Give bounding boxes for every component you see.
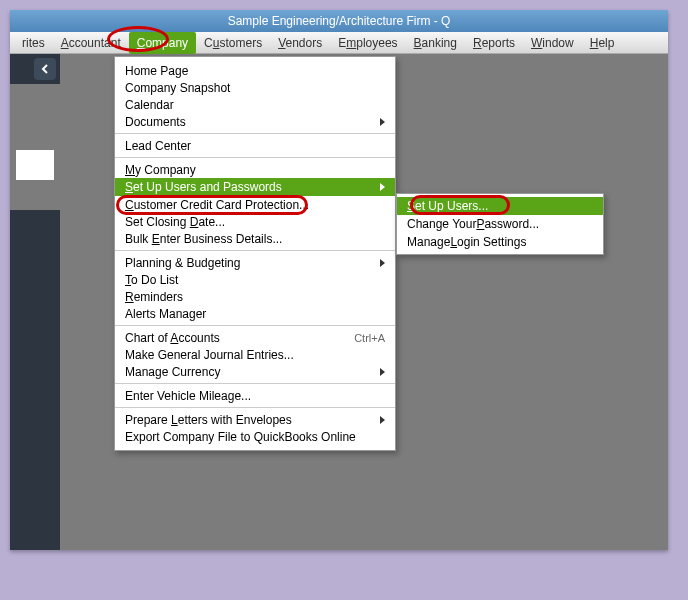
menu-separator <box>115 407 395 408</box>
side-header <box>10 54 60 84</box>
menu-help[interactable]: Help <box>582 32 623 54</box>
menu-vehicle-mileage[interactable]: Enter Vehicle Mileage... <box>115 387 395 404</box>
company-menu-dropdown: Home Page Company Snapshot Calendar Docu… <box>114 56 396 451</box>
users-passwords-submenu: Set Up Users... Change Your Password... … <box>396 193 604 255</box>
submenu-login-settings[interactable]: Manage Login Settings <box>397 233 603 251</box>
menu-employees[interactable]: Employees <box>330 32 405 54</box>
shortcut-label: Ctrl+A <box>354 332 385 344</box>
menu-alerts-manager[interactable]: Alerts Manager <box>115 305 395 322</box>
menu-planning-budgeting[interactable]: Planning & Budgeting <box>115 254 395 271</box>
submenu-arrow-icon <box>380 368 385 376</box>
menu-my-company[interactable]: My Company <box>115 161 395 178</box>
chevron-left-icon <box>40 64 50 74</box>
submenu-arrow-icon <box>380 118 385 126</box>
menu-separator <box>115 133 395 134</box>
menu-separator <box>115 325 395 326</box>
submenu-set-up-users[interactable]: Set Up Users... <box>397 197 603 215</box>
menu-documents[interactable]: Documents <box>115 113 395 130</box>
menu-cc-protection[interactable]: Customer Credit Card Protection... <box>115 196 395 213</box>
submenu-arrow-icon <box>380 416 385 424</box>
submenu-arrow-icon <box>380 259 385 267</box>
sidebar-panel <box>10 210 60 550</box>
menu-export-company[interactable]: Export Company File to QuickBooks Online <box>115 428 395 445</box>
collapse-button[interactable] <box>34 58 56 80</box>
menu-company-snapshot[interactable]: Company Snapshot <box>115 79 395 96</box>
menu-setup-users-passwords[interactable]: Set Up Users and Passwords <box>115 178 395 196</box>
menu-calendar[interactable]: Calendar <box>115 96 395 113</box>
menu-lead-center[interactable]: Lead Center <box>115 137 395 154</box>
menu-bulk-enter[interactable]: Bulk Enter Business Details... <box>115 230 395 247</box>
menu-favorites[interactable]: rites <box>14 32 53 54</box>
menu-window[interactable]: Window <box>523 32 582 54</box>
menu-banking[interactable]: Banking <box>406 32 465 54</box>
submenu-change-password[interactable]: Change Your Password... <box>397 215 603 233</box>
title-bar: Sample Engineering/Architecture Firm - Q <box>10 10 668 32</box>
menu-separator <box>115 250 395 251</box>
menu-reminders[interactable]: Reminders <box>115 288 395 305</box>
menu-reports[interactable]: Reports <box>465 32 523 54</box>
menu-separator <box>115 383 395 384</box>
menu-bar: rites Accountant Company Customers Vendo… <box>10 32 668 54</box>
menu-home-page[interactable]: Home Page <box>115 62 395 79</box>
submenu-arrow-icon <box>380 183 385 191</box>
menu-company[interactable]: Company <box>129 32 196 54</box>
menu-todo-list[interactable]: To Do List <box>115 271 395 288</box>
menu-separator <box>115 157 395 158</box>
menu-chart-of-accounts[interactable]: Chart of AccountsCtrl+A <box>115 329 395 346</box>
sidebar-icon-box <box>16 150 54 180</box>
window-title: Sample Engineering/Architecture Firm - Q <box>228 14 451 28</box>
menu-prepare-letters[interactable]: Prepare Letters with Envelopes <box>115 411 395 428</box>
menu-manage-currency[interactable]: Manage Currency <box>115 363 395 380</box>
menu-customers[interactable]: Customers <box>196 32 270 54</box>
menu-vendors[interactable]: Vendors <box>270 32 330 54</box>
menu-closing-date[interactable]: Set Closing Date... <box>115 213 395 230</box>
menu-journal-entries[interactable]: Make General Journal Entries... <box>115 346 395 363</box>
menu-accountant[interactable]: Accountant <box>53 32 129 54</box>
